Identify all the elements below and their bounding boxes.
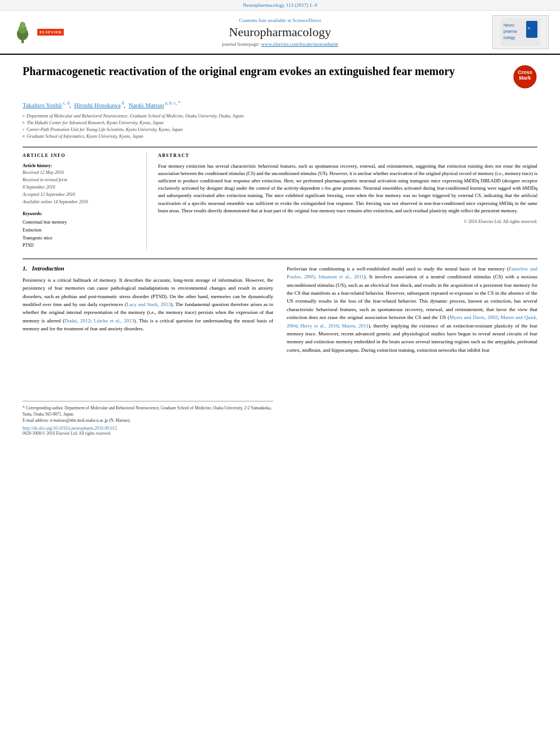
abstract-column: ABSTRACT Fear memory extinction has seve…: [158, 153, 537, 250]
journal-logo-box: Neuro pharma cology N: [492, 15, 549, 49]
footnote-star: * Corresponding author. Department of Mo…: [23, 405, 273, 418]
doi-line[interactable]: http://dx.doi.org/10.1016/j.neuropharm.2…: [23, 426, 273, 431]
keywords-label: Keywords:: [23, 211, 137, 216]
keyword-list: Contextual fear memory Extinction Transg…: [23, 219, 137, 249]
body-right-column: Pavlovian fear conditioning is a well-es…: [287, 265, 537, 436]
svg-text:N: N: [528, 27, 530, 30]
affil-c: c Career-Path Promotion Unit for Young L…: [23, 126, 537, 133]
article-history: Article history: Received 12 May 2016 Re…: [23, 163, 137, 206]
issn-line: 0028-3908/© 2016 Elsevier Ltd. All right…: [23, 431, 273, 436]
svg-point-3: [20, 21, 25, 28]
keyword-2: Extinction: [23, 226, 137, 234]
abstract-text: Fear memory extinction has several chara…: [158, 163, 537, 215]
main-content: Pharmacogenetic reactivation of the orig…: [0, 55, 560, 445]
elsevier-tree-icon: [11, 21, 34, 43]
introduction-heading: 1. Introduction: [23, 265, 273, 272]
affil-b-text: The Hakubi Center for Advanced Research,…: [27, 120, 164, 126]
svg-text:cology: cology: [504, 36, 515, 40]
ref-johansen[interactable]: Johansen et al., 2011: [318, 274, 364, 279]
keyword-4: PTSD: [23, 242, 137, 250]
footnote-email: E-mail address: n-matsuo@nbn.med.osaka-u…: [23, 417, 273, 423]
keyword-3: Transgenic mice: [23, 234, 137, 242]
available-date: Available online 14 September 2016: [23, 199, 137, 206]
svg-text:Mark: Mark: [519, 75, 531, 81]
history-title: Article history:: [23, 163, 137, 170]
affil-c-text: Career-Path Promotion Unit for Young Lif…: [27, 126, 183, 133]
received-date: Received 12 May 2016: [23, 169, 137, 177]
ref-herry[interactable]: Herry et al., 2010: [300, 323, 338, 329]
journal-header: ELSEVIER Contents lists available at Sci…: [0, 11, 560, 55]
ref-dudai[interactable]: Dudai, 2012: [64, 318, 90, 324]
body-left-column: 1. Introduction Persistency is a critica…: [23, 265, 273, 436]
yoshii-sup: c, d: [62, 101, 70, 106]
affil-a-text: Department of Molecular and Behavioral N…: [27, 113, 243, 120]
author-yoshii[interactable]: Takahiro Yoshii: [23, 102, 62, 108]
journal-header-center: Contents lists available at ScienceDirec…: [79, 18, 481, 47]
ref-myers-davis[interactable]: Myers and Davis, 2002: [449, 314, 498, 320]
email-link[interactable]: n-matsuo@nbn.med.osaka-u.ac.jp: [50, 418, 108, 423]
footnote-area: * Corresponding author. Department of Mo…: [23, 401, 273, 424]
copyright-line: © 2016 Elsevier Ltd. All rights reserved…: [158, 219, 537, 224]
abstract-label: ABSTRACT: [158, 153, 537, 158]
email-label: E-mail address:: [23, 418, 49, 423]
crossmark-badge[interactable]: Cross Mark: [512, 64, 537, 89]
affil-d-text: Graduate School of Informatics, Kyoto Un…: [27, 133, 143, 140]
email-person: (N. Matsuo).: [109, 418, 131, 423]
affil-d: d Graduate School of Informatics, Kyoto …: [23, 133, 537, 140]
author-hosokawa[interactable]: Hiroshi Hosokawa: [74, 102, 120, 108]
affil-b: b The Hakubi Center for Advanced Researc…: [23, 120, 537, 126]
citation-bar: Neuropharmacology 113 (2017) 1–9: [0, 0, 560, 11]
article-info-label: ARTICLE INFO: [23, 153, 137, 158]
ref-lacy-stark[interactable]: Lacy and Stark, 2013: [126, 302, 171, 307]
keyword-1: Contextual fear memory: [23, 219, 137, 226]
affil-a: a Department of Molecular and Behavioral…: [23, 113, 537, 120]
keywords-section: Keywords: Contextual fear memory Extinct…: [23, 211, 137, 249]
article-info-abstract-section: ARTICLE INFO Article history: Received 1…: [23, 147, 537, 250]
matsuo-sup: a, b, c, *: [164, 101, 180, 106]
journal-logo-area: Neuro pharma cology N: [481, 15, 549, 49]
contents-link[interactable]: Contents lists available at ScienceDirec…: [79, 18, 481, 23]
contents-text: Contents lists available at ScienceDirec…: [239, 18, 321, 23]
journal-citation: Neuropharmacology 113 (2017) 1–9: [243, 2, 317, 8]
author-matsuo[interactable]: Naoki Matsuo: [129, 102, 164, 108]
received-revised: Received in revised form8 September 2016: [23, 177, 137, 191]
svg-text:Cross: Cross: [518, 69, 532, 75]
homepage-label: journal homepage:: [222, 41, 260, 47]
homepage-line: journal homepage: www.elsevier.com/locat…: [79, 41, 481, 47]
section-title: Introduction: [32, 265, 64, 272]
svg-text:Neuro: Neuro: [504, 23, 514, 27]
intro-paragraph-1: Persistency is a critical hallmark of me…: [23, 276, 273, 333]
homepage-url[interactable]: www.elsevier.com/locate/neuropharm: [261, 41, 338, 47]
ref-lutcke[interactable]: Lütcke et al., 2013: [94, 318, 134, 324]
svg-text:pharma: pharma: [504, 29, 517, 34]
body-divider: [23, 259, 537, 259]
elsevier-label: ELSEVIER: [37, 29, 64, 36]
article-title-section: Pharmacogenetic reactivation of the orig…: [23, 64, 537, 94]
section-number: 1.: [23, 265, 27, 272]
accepted-date: Accepted 12 September 2016: [23, 191, 137, 199]
right-paragraph-1: Pavlovian fear conditioning is a well-es…: [287, 265, 537, 354]
affiliations: a Department of Molecular and Behavioral…: [23, 113, 537, 140]
article-title: Pharmacogenetic reactivation of the orig…: [23, 64, 512, 78]
crossmark-icon: Cross Mark: [513, 65, 537, 89]
neuro-logo-icon: Neuro pharma cology N: [501, 18, 540, 46]
elsevier-logo-area: ELSEVIER: [11, 21, 79, 43]
ref-maren[interactable]: Maren, 2011: [342, 323, 369, 329]
hosokawa-sup: d: [121, 101, 124, 106]
body-two-columns: 1. Introduction Persistency is a critica…: [23, 265, 537, 436]
journal-title: Neuropharmacology: [79, 25, 481, 40]
article-info-column: ARTICLE INFO Article history: Received 1…: [23, 153, 147, 250]
authors-line: Takahiro Yoshii c, d, Hiroshi Hosokawa d…: [23, 101, 537, 108]
